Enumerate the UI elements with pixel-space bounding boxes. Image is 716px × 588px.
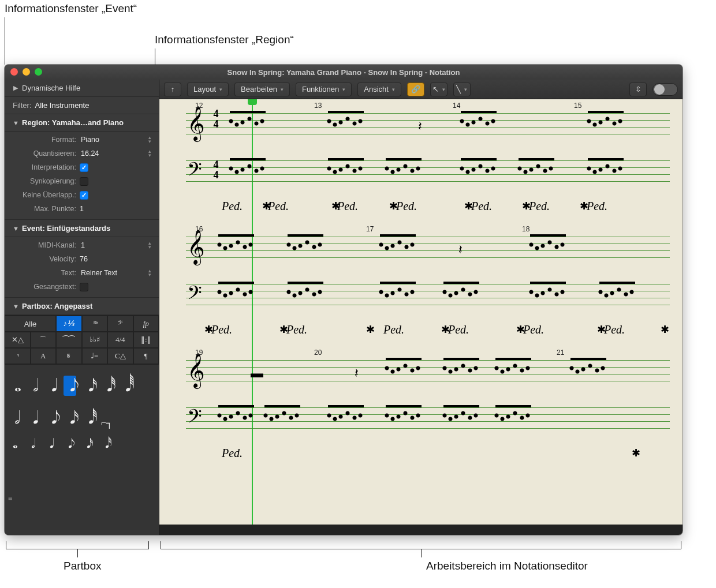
notes[interactable] (216, 233, 256, 271)
interpretation-checkbox[interactable] (80, 163, 88, 172)
syncopation-checkbox[interactable] (80, 177, 88, 186)
notes[interactable] (493, 404, 534, 442)
notes[interactable] (228, 157, 268, 195)
partbox-cat-text[interactable]: A (31, 348, 57, 364)
functions-menu[interactable]: Funktionen ▾ (296, 83, 352, 96)
notes[interactable] (228, 110, 268, 148)
triplet-thirtysecond-icon[interactable]: 𝅘𝅥𝅰 (82, 408, 95, 428)
notes[interactable] (528, 280, 568, 319)
partbox-cat-chord[interactable]: C△ (107, 348, 133, 364)
whole-note-icon[interactable]: 𝅝 (8, 376, 21, 396)
partbox-cat-timesig[interactable]: 4/4 (107, 332, 133, 348)
notes[interactable] (568, 357, 609, 395)
notes[interactable] (378, 280, 418, 319)
notes[interactable] (458, 110, 499, 148)
prop-velocity[interactable]: Velocity: 76 (9, 252, 154, 266)
notes[interactable] (441, 357, 482, 395)
thirtysecond-note-icon[interactable]: 𝅘𝅥𝅰 (100, 376, 113, 396)
nooverlap-checkbox[interactable] (80, 191, 88, 200)
sixtyfourth-note-icon[interactable]: 𝅘𝅥𝅱 (119, 376, 132, 396)
pointer-tool-button[interactable]: ↖▾ (430, 83, 448, 96)
notes[interactable] (458, 157, 499, 195)
notes[interactable] (216, 280, 256, 319)
layout-menu[interactable]: Layout ▾ (187, 83, 229, 96)
prop-lyrics[interactable]: Gesangstext: (9, 280, 154, 294)
hierarchy-up-button[interactable]: ↑ (164, 83, 181, 96)
partbox-cat-repeat[interactable]: ‖:‖ (133, 332, 159, 348)
dotted-sixteenth-icon[interactable]: 𝅘𝅥𝅯. (82, 436, 95, 451)
partbox-cat-segno[interactable]: 𝄋 (56, 348, 82, 364)
notes[interactable] (262, 404, 303, 442)
catch-playhead-button[interactable]: 🔗 (407, 83, 424, 96)
eighth-note-icon[interactable]: 𝅘𝅥𝅮 (64, 376, 76, 396)
notes[interactable] (597, 280, 637, 319)
notes[interactable] (383, 357, 424, 395)
notes[interactable] (528, 233, 568, 271)
sixteenth-note-icon[interactable]: 𝅘𝅥𝅯 (82, 376, 95, 396)
partbox-cat-paragraph[interactable]: ¶ (133, 348, 159, 364)
dropdown-stepper-icon[interactable]: ▴▾ (146, 149, 153, 158)
notes[interactable] (586, 157, 626, 195)
midi-in-toggle[interactable] (652, 83, 678, 96)
dotted-eighth-icon[interactable]: 𝅘𝅥𝅮. (64, 436, 76, 451)
dropdown-stepper-icon[interactable]: ▴▾ (146, 136, 153, 144)
notes[interactable] (383, 404, 424, 442)
dropdown-stepper-icon[interactable]: ▴▾ (146, 269, 153, 277)
triplet-quarter-icon[interactable]: 𝅘𝅥 (27, 408, 39, 428)
view-menu[interactable]: Ansicht ▾ (357, 83, 401, 96)
partbox-section-header[interactable]: ▼ Partbox: Angepasst (5, 298, 159, 315)
dotted-quarter-icon[interactable]: 𝅘𝅥. (45, 436, 58, 451)
notes[interactable] (493, 357, 534, 395)
filter-row[interactable]: Filter: Alle Instrumente (5, 97, 159, 114)
partbox-cat-ornaments[interactable]: ✕△ (5, 332, 31, 348)
staff-bass[interactable] (186, 407, 670, 435)
notes[interactable] (383, 157, 424, 195)
partbox-cat-accidentals[interactable]: ♭♭♯ (82, 332, 108, 348)
drag-handle-icon[interactable]: ≡ (8, 494, 15, 503)
dotted-half-icon[interactable]: 𝅗𝅥. (27, 436, 39, 451)
notes[interactable] (441, 280, 482, 319)
notes[interactable] (326, 110, 366, 148)
triplet-half-icon[interactable]: 𝅗𝅥 (8, 408, 21, 428)
dotted-thirtysecond-icon[interactable]: 𝅘𝅥𝅰. (100, 436, 113, 451)
partbox-cat-pedal[interactable]: 𝆮 (82, 316, 108, 332)
notes[interactable] (216, 404, 256, 442)
partbox-cat-slurs[interactable]: ⌒ (31, 332, 57, 348)
partbox-cat-all[interactable]: Alle (5, 316, 56, 332)
prop-interpretation[interactable]: Interpretation: (9, 160, 154, 174)
help-header[interactable]: ▶ Dynamische Hilfe (5, 80, 159, 97)
notes[interactable] (378, 233, 418, 271)
prop-quantize[interactable]: Quantisieren: 16.24 ▴▾ (9, 147, 154, 160)
staff-treble[interactable] (186, 237, 670, 264)
prop-format[interactable]: Format: Piano ▴▾ (9, 133, 154, 147)
region-section-header[interactable]: ▼ Region: Yamaha…and Piano (5, 114, 159, 132)
line-tool-button[interactable]: ╲▾ (453, 83, 471, 96)
rest-icon[interactable]: ▬ (251, 366, 263, 381)
event-section-header[interactable]: ▼ Event: Einfügestandards (5, 220, 159, 237)
half-note-icon[interactable]: 𝅗𝅥 (27, 376, 39, 396)
notes[interactable] (326, 404, 366, 442)
vertical-zoom-button[interactable]: ⇳ (629, 83, 647, 96)
prop-maxpoints[interactable]: Max. Punkte: 1 (9, 202, 154, 216)
score-workarea[interactable]: 𝄞 4 4 12 13 14 15 𝄽 (159, 99, 683, 535)
partbox-cat-noteeq[interactable]: ♩= (82, 348, 108, 364)
lyrics-checkbox[interactable] (80, 283, 88, 291)
close-icon[interactable] (10, 68, 18, 76)
notes[interactable] (441, 404, 482, 442)
dotted-whole-icon[interactable]: 𝅝. (8, 436, 21, 451)
minimize-icon[interactable] (23, 68, 30, 76)
quarter-note-icon[interactable]: 𝅘𝅥 (45, 376, 58, 396)
partbox-cat-clef[interactable]: 𝄢 (107, 316, 133, 332)
notes[interactable] (586, 110, 626, 148)
ntuplet-icon[interactable]: ⌐┐ (100, 418, 113, 428)
partbox-cat-dynamics[interactable]: fp (133, 316, 159, 332)
partbox-cat-rests[interactable]: 𝄾 (5, 348, 31, 364)
triplet-sixteenth-icon[interactable]: 𝅘𝅥𝅯 (64, 408, 76, 428)
partbox-cat-ties[interactable]: ⁀⁀ (56, 332, 82, 348)
notes[interactable] (285, 280, 326, 319)
notes[interactable] (326, 157, 366, 195)
prop-nooverlap[interactable]: Keine Überlapp.: (9, 188, 154, 202)
edit-menu[interactable]: Bearbeiten ▾ (234, 83, 290, 96)
triplet-eighth-icon[interactable]: 𝅘𝅥𝅮 (45, 408, 58, 428)
prop-syncopation[interactable]: Synkopierung: (9, 174, 154, 188)
